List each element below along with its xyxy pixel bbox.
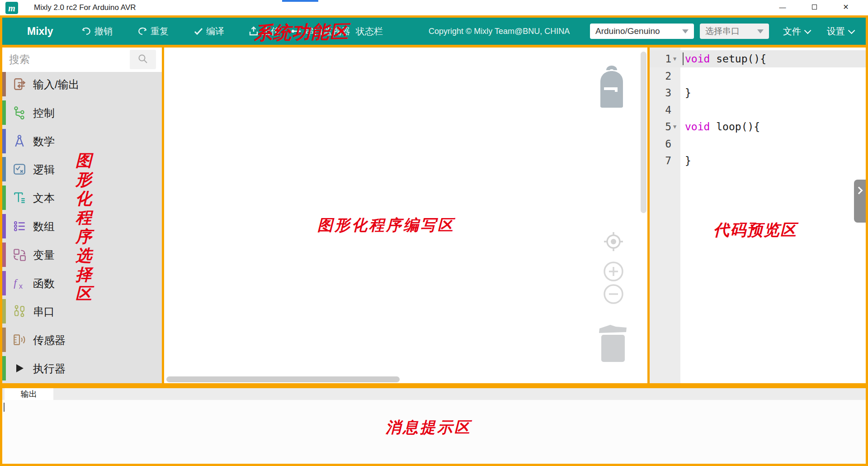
search-button[interactable] (130, 50, 156, 69)
logic-icon (10, 160, 28, 178)
text-cursor (4, 403, 5, 412)
undo-icon (81, 26, 92, 37)
fold-arrow-icon[interactable]: ▼ (673, 124, 676, 130)
code-preview-panel: 1 ▼ void setup(){ 2 3 } 4 5 ▼ void loop(… (650, 48, 866, 383)
category-color-bar (2, 299, 6, 323)
zoom-out-icon[interactable] (603, 284, 624, 304)
sidebar-item-control[interactable]: 控制 (2, 99, 162, 127)
collapse-panel-handle[interactable] (854, 180, 866, 223)
compile-button[interactable]: 编译 (193, 18, 224, 45)
sidebar-item-actuator[interactable]: 执行器 (2, 354, 162, 382)
chevron-down-icon (804, 27, 811, 34)
tab-output[interactable]: 输出 (5, 388, 53, 400)
port-select[interactable]: 选择串口 (700, 24, 769, 39)
maximize-icon (812, 5, 817, 10)
svg-text:x: x (19, 282, 23, 290)
code-line: 2 (650, 67, 866, 85)
close-icon: ✕ (843, 3, 849, 11)
function-icon: fx (10, 274, 28, 292)
copyright-text: Copyright © Mixly Team@BNU, CHINA (429, 18, 570, 45)
redo-icon (137, 26, 148, 37)
category-color-bar (2, 185, 6, 210)
fold-arrow-icon[interactable]: ▼ (673, 56, 676, 62)
annotation-code-preview-area: 代码预览区 (713, 219, 797, 241)
array-icon (10, 217, 28, 235)
text-cursor (683, 52, 684, 65)
minimize-icon: — (779, 3, 786, 11)
message-tab-row (2, 388, 866, 400)
search-input[interactable] (3, 50, 127, 69)
undo-button[interactable]: 撤销 (81, 18, 113, 45)
window-title: Mixly 2.0 rc2 For Arduino AVR (34, 3, 136, 12)
text-icon (10, 189, 28, 207)
annotation-program-edit-area: 图形化程序编写区 (317, 215, 455, 236)
sensor-icon (10, 331, 28, 349)
category-color-bar (2, 100, 6, 125)
center-target-icon[interactable] (603, 231, 624, 252)
mixly-logo-icon: m (5, 2, 18, 14)
horizontal-scrollbar[interactable] (166, 376, 400, 382)
inout-icon (10, 75, 28, 93)
variable-icon (10, 246, 28, 264)
chevron-down-icon (848, 27, 855, 34)
statusbar-toggle[interactable]: 状态栏 (356, 18, 383, 45)
minimize-button[interactable]: — (772, 0, 793, 14)
category-color-bar (2, 72, 6, 96)
sidebar-item-sensor[interactable]: 传感器 (2, 326, 162, 354)
category-color-bar (2, 328, 6, 352)
maximize-button[interactable] (804, 0, 825, 14)
svg-text:f: f (14, 277, 18, 289)
control-icon (10, 104, 28, 122)
code-line: 6 (650, 135, 866, 152)
toolbar: Mixly 撤销 重复 编译 上传 串口监视器 状态栏 Copyright © … (2, 18, 866, 45)
category-color-bar (2, 356, 6, 380)
settings-menu[interactable]: 设置 (827, 18, 853, 45)
category-color-bar (2, 129, 6, 153)
category-color-bar (2, 271, 6, 295)
top-blue-strip (282, 0, 318, 2)
actuator-icon (10, 359, 28, 377)
code-line: 3 } (650, 84, 866, 101)
chevron-down-icon (682, 29, 689, 33)
redo-button[interactable]: 重复 (137, 18, 169, 45)
mixly-window: m Mixly 2.0 rc2 For Arduino AVR — ✕ Mixl… (0, 0, 868, 466)
annotation-message-area: 消息提示区 (386, 417, 472, 438)
code-line: 4 (650, 101, 866, 119)
code-line: 7 } (650, 152, 866, 169)
trash-icon[interactable] (597, 321, 629, 365)
board-select[interactable]: Arduino/Genuino (590, 24, 694, 39)
category-color-bar (2, 214, 6, 238)
category-color-bar (2, 243, 6, 267)
zoom-in-icon[interactable] (603, 261, 624, 282)
close-button[interactable]: ✕ (835, 0, 856, 14)
math-icon (10, 132, 28, 150)
file-menu[interactable]: 文件 (783, 18, 809, 45)
chevron-right-icon (855, 187, 863, 195)
chevron-down-icon (757, 29, 764, 33)
vertical-scrollbar[interactable] (641, 52, 646, 213)
search-icon (137, 53, 149, 67)
code-line: 1 ▼ void setup(){ (650, 50, 866, 67)
code-line: 5 ▼ void loop(){ (650, 118, 866, 135)
category-color-bar (2, 157, 6, 181)
annotation-system-area: 系统功能区 (254, 19, 349, 46)
backpack-icon[interactable] (597, 65, 628, 109)
brand-menu[interactable]: Mixly (27, 18, 53, 45)
title-bar: m Mixly 2.0 rc2 For Arduino AVR — ✕ (0, 0, 868, 15)
check-icon (193, 26, 203, 36)
sidebar-item-inout[interactable]: 输入/输出 (2, 70, 162, 98)
serial-icon (10, 302, 28, 320)
annotation-block-select-area: 图形化程序选择区 (75, 151, 93, 303)
